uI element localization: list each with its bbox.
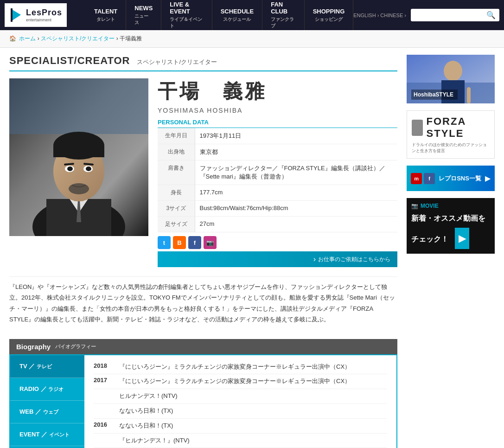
birthday-value: 1973年1月11日 xyxy=(195,128,397,144)
svg-point-14 xyxy=(67,166,73,171)
forza-tagline: ドラルイのほか彼女のためのファッションと生き方を提言 xyxy=(412,142,490,154)
biography-body: TV ／ テレビ RADIO ／ ラジオ WEB ／ ウェブ xyxy=(9,354,397,448)
svg-point-19 xyxy=(69,183,89,194)
profession-label: 肩書き xyxy=(158,160,195,185)
movie-camera-icon: 📷 xyxy=(411,203,418,209)
movie-title: 📷 MOVIE xyxy=(411,203,490,209)
bio-nav-radio[interactable]: RADIO ／ ラジオ xyxy=(10,378,84,401)
sns-label: レプロSNS一覧 xyxy=(439,174,481,183)
size-value: Bust:98cm/Waist:76cm/Hip:88cm xyxy=(195,201,397,217)
bio-entry-3: なないろ日和！(TX) xyxy=(94,404,387,419)
profession-value: ファッションディレクター／『FORZA STYLE』編集長（講談社）／『Sett… xyxy=(195,160,397,185)
sns-m-icon: m xyxy=(411,173,422,184)
bio-nav-magazine[interactable]: MAGAZINE ／ 雑誌 xyxy=(10,446,84,448)
svg-point-22 xyxy=(444,61,462,81)
breadcrumb-home[interactable]: ホーム xyxy=(19,35,36,42)
sidebar: HoshibaSTYLE FORZA STYLE ドラルイのほか彼女のためのファ… xyxy=(407,55,495,448)
forza-logo-text: FORZA STYLE xyxy=(427,115,490,140)
profession-row: 肩書き ファッションディレクター／『FORZA STYLE』編集長（講談社）／『… xyxy=(158,160,397,185)
header-right: ENGLISH › CHINESE › 🔍 xyxy=(353,9,499,21)
bio-nav-tv[interactable]: TV ／ テレビ xyxy=(10,355,84,378)
biography-section: Biography バイオグラフィー TV ／ テレビ RADIO ／ ラジオ xyxy=(9,339,397,448)
content-area: SPECIALIST/CREATOR スペシャリスト/クリエイター xyxy=(9,55,397,448)
movie-desc: 新着・オススメ動画をチェック！ ▶ xyxy=(411,213,490,249)
instagram-icon[interactable]: 📷 xyxy=(204,236,217,249)
birthday-row: 生年月日 1973年1月11日 xyxy=(158,128,397,144)
logo-sub: entertainment xyxy=(26,18,62,22)
birthplace-row: 出身地 東京都 xyxy=(158,144,397,160)
bio-entry-5: 『ヒルナンデス！』(NTV) xyxy=(94,434,387,448)
breadcrumb-specialist[interactable]: スペシャリスト/クリエイター xyxy=(41,35,115,42)
social-icons: t B f 📷 xyxy=(158,236,397,249)
svg-marker-0 xyxy=(12,9,21,21)
sidebar-movie-card[interactable]: 📷 MOVIE 新着・オススメ動画をチェック！ ▶ xyxy=(407,198,495,254)
sns-icons: m f xyxy=(411,173,435,184)
nav-live-event[interactable]: LIVE & EVENT ライブ＆イベント xyxy=(161,0,212,30)
lang-chinese[interactable]: CHINESE xyxy=(380,13,403,18)
contact-button[interactable]: お仕事のご依頼はこちらから xyxy=(158,251,397,267)
height-value: 177.7cm xyxy=(195,185,397,201)
profile-section: 干場 義雅 YOSHIMASA HOSHIBA PERSONAL DATA 生年… xyxy=(9,78,397,267)
profile-photo xyxy=(9,78,148,236)
logo-area: LesPros entertainment xyxy=(5,3,86,27)
photo-placeholder xyxy=(9,78,148,236)
logo-text: LesPros entertainment xyxy=(26,8,62,22)
bio-entry-1: 2017 『にじいろジーン』ミラクルチェンジの家族変身コーナー※レギュラー出演中… xyxy=(94,374,387,389)
profile-name-jp: 干場 義雅 xyxy=(158,78,397,104)
breadcrumb-current: 干場義雅 xyxy=(120,35,142,42)
nav-schedule[interactable]: SCHEDULE スケジュール xyxy=(212,0,263,30)
svg-point-15 xyxy=(86,166,91,171)
bio-nav-web[interactable]: WEB ／ ウェブ xyxy=(10,401,84,423)
sidebar-sns-card[interactable]: m f レプロSNS一覧 ▶ xyxy=(407,166,495,191)
svg-rect-1 xyxy=(11,8,13,22)
biography-header: Biography バイオグラフィー xyxy=(9,339,397,354)
svg-rect-24 xyxy=(467,87,471,103)
svg-rect-11 xyxy=(53,146,104,157)
sns-f-icon: f xyxy=(424,173,435,184)
forza-style-card-content: FORZA STYLE ドラルイのほか彼女のためのファッションと生き方を提言 xyxy=(407,110,495,159)
movie-card-content: 📷 MOVIE 新着・オススメ動画をチェック！ ▶ xyxy=(407,198,495,254)
sidebar-forza-card[interactable]: FORZA STYLE ドラルイのほか彼女のためのファッションと生き方を提言 xyxy=(407,110,495,159)
page-title: SPECIALIST/CREATOR xyxy=(9,55,130,67)
foot-row: 足サイズ 27cm xyxy=(158,217,397,232)
hoshiba-style-image: HoshibaSTYLE xyxy=(407,55,495,103)
biography-title: Biography xyxy=(16,343,51,351)
search-input[interactable] xyxy=(415,12,484,19)
nav-news[interactable]: NEWS ニュース xyxy=(126,0,161,30)
forza-person-image xyxy=(412,120,423,136)
foot-value: 27cm xyxy=(195,217,397,232)
bio-entry-0: 2018 『にじいろジーン』ミラクルチェンジの家族変身コーナー※レギュラー出演中… xyxy=(94,360,387,375)
birthplace-value: 東京都 xyxy=(195,144,397,160)
hoshiba-style-svg: HoshibaSTYLE xyxy=(407,55,495,103)
twitter-icon[interactable]: t xyxy=(158,236,171,249)
main-container: SPECIALIST/CREATOR スペシャリスト/クリエイター xyxy=(0,48,504,448)
lang-links: ENGLISH › CHINESE › xyxy=(353,13,406,18)
blog-icon[interactable]: B xyxy=(173,236,186,249)
sns-arrow-icon: ▶ xyxy=(485,174,491,183)
search-icon[interactable]: 🔍 xyxy=(486,11,496,19)
bio-entry-2: ヒルナンデス！(NTV) xyxy=(94,389,387,404)
bio-text: 『LEON』や『オーシャンズ』など数々の人気男性誌の創刊編集者としてちょい悪オヤ… xyxy=(9,276,397,330)
page-title-jp: スペシャリスト/クリエイター xyxy=(137,58,217,66)
nav-fan-club[interactable]: FAN CLUB ファンクラブ xyxy=(262,0,305,30)
height-row: 身長 177.7cm xyxy=(158,185,397,201)
bio-entry-4: 2016 なないろ日和！(TX) xyxy=(94,419,387,434)
size-label: 3サイズ xyxy=(158,201,195,217)
logo-icon xyxy=(9,7,23,23)
nav-talent[interactable]: TALENT タレント xyxy=(86,0,126,30)
profile-image-svg xyxy=(9,78,148,236)
bio-nav-event[interactable]: EVENT ／ イベント xyxy=(10,423,84,446)
svg-point-18 xyxy=(75,173,83,183)
logo-box: LesPros entertainment xyxy=(5,3,67,27)
sidebar-hoshiba-card[interactable]: HoshibaSTYLE xyxy=(407,55,495,103)
biography-title-jp: バイオグラフィー xyxy=(55,343,96,350)
facebook-icon[interactable]: f xyxy=(188,236,201,249)
height-label: 身長 xyxy=(158,185,195,201)
nav-shopping[interactable]: SHOPPING ショッピング xyxy=(305,0,354,30)
lang-english[interactable]: ENGLISH xyxy=(353,13,376,18)
logo-name: LesPros xyxy=(26,8,62,18)
foot-label: 足サイズ xyxy=(158,217,195,232)
home-icon: 🏠 xyxy=(9,35,16,42)
birthday-label: 生年月日 xyxy=(158,128,195,144)
profile-info: 干場 義雅 YOSHIMASA HOSHIBA PERSONAL DATA 生年… xyxy=(158,78,397,267)
